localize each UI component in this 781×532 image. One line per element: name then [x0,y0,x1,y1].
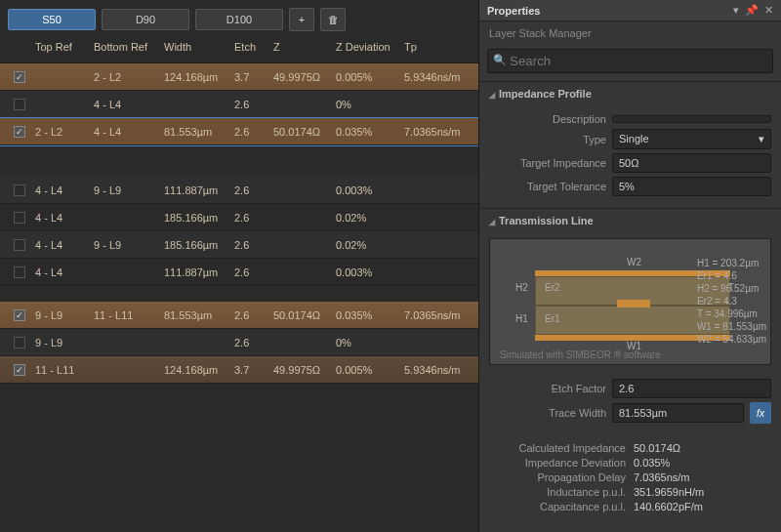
col-width[interactable]: Width [160,39,230,55]
cell-width: 124.168µm [160,362,230,378]
tab-d100[interactable]: D100 [195,9,283,30]
row-checkbox[interactable] [14,239,25,251]
row-checkbox[interactable] [14,266,25,278]
table-row[interactable]: 4 - L4111.887µm2.60.003% [0,259,478,286]
close-icon[interactable]: ✕ [764,4,773,17]
cell-bottom-ref: 4 - L4 [90,124,160,140]
field-target-tolerance[interactable]: 5% [612,177,771,196]
col-tp[interactable]: Tp [400,39,471,55]
cell-z: 50.0174Ω [269,307,332,323]
cell-tp: 7.0365ns/m [400,124,471,140]
result-value: 7.0365ns/m [634,471,689,483]
cell-z: 50.0174Ω [269,124,332,140]
cell-width: 81.553µm [160,124,230,140]
properties-panel: Properties ▾ 📌 ✕ Layer Stack Manager 🔍 I… [478,0,781,532]
panel-title: Properties [487,5,540,17]
cell-width [160,341,230,345]
cell-etch: 2.6 [230,210,269,225]
field-type-select[interactable]: Single ▾ [612,129,771,149]
cell-zd: 0% [332,335,400,350]
table-row[interactable]: 2 - L2124.168µm3.749.9975Ω0.005%5.9346ns… [0,63,478,91]
row-checkbox[interactable] [14,71,25,83]
result-value: 351.9659nH/m [634,486,704,498]
row-checkbox[interactable] [14,184,25,196]
table-row[interactable]: 4 - L49 - L9111.887µm2.60.003% [0,177,478,204]
cell-top-ref: 11 - L11 [31,362,90,378]
cell-z [269,102,332,106]
cell-z: 49.9975Ω [269,362,332,378]
cell-bottom-ref: 9 - L9 [90,237,160,253]
row-checkbox[interactable] [14,309,25,321]
field-description[interactable] [612,115,771,123]
cell-z [269,188,332,192]
row-checkbox[interactable] [14,364,25,376]
cell-etch: 2.6 [230,265,269,280]
table-row[interactable]: 2 - L24 - L481.553µm2.650.0174Ω0.035%7.0… [0,118,478,145]
col-z[interactable]: Z [269,39,332,55]
pin-icon[interactable]: 📌 [745,4,759,17]
panel-subtitle: Layer Stack Manager [479,21,781,45]
section-impedance-profile[interactable]: Impedance Profile [479,82,781,105]
cell-zd: 0.003% [332,265,400,280]
field-trace-width[interactable]: 81.553µm [612,403,744,423]
table-row[interactable]: 9 - L911 - L1181.553µm2.650.0174Ω0.035%7… [0,302,478,329]
col-bottom-ref[interactable]: Bottom Ref [90,39,160,55]
cell-tp [400,341,471,345]
cell-zd: 0.005% [332,69,400,85]
label-target-tolerance: Target Tolerance [489,181,606,192]
tab-d90[interactable]: D90 [102,9,189,30]
tab-s50[interactable]: S50 [8,9,96,30]
cell-tp [400,243,471,247]
field-target-impedance[interactable]: 50Ω [612,153,771,173]
label-type: Type [489,134,606,145]
cell-zd: 0.005% [332,362,400,378]
cell-top-ref: 9 - L9 [31,307,90,323]
cell-etch: 3.7 [230,69,269,85]
cell-top-ref: 4 - L4 [31,265,90,280]
cell-z [269,243,332,247]
cell-tp: 5.9346ns/m [400,69,471,85]
cell-top-ref [31,75,90,79]
cell-etch: 2.6 [230,97,269,112]
section-transmission-line[interactable]: Transmission Line [479,209,781,232]
result-value: 0.035% [634,457,670,469]
cell-bottom-ref: 11 - L11 [90,307,160,323]
cell-top-ref: 4 - L4 [31,183,90,198]
cell-etch: 2.6 [230,307,269,323]
row-checkbox[interactable] [14,126,25,138]
table-row[interactable]: 11 - L11124.168µm3.749.9975Ω0.005%5.9346… [0,356,478,384]
cell-bottom-ref [90,368,160,372]
fx-button[interactable]: fx [750,402,771,424]
col-top-ref[interactable]: Top Ref [31,39,90,55]
results-block: Calculated Impedance50.0174ΩImpedance De… [479,435,781,523]
transmission-line-diagram: H2 H1 Er2 Er1 W2 W1 T H1 = 203.2µmEr1 = … [489,238,771,365]
result-label: Impedance Deviation [489,457,626,469]
cell-zd: 0.035% [332,124,400,140]
table-row[interactable]: 4 - L4185.166µm2.60.02% [0,204,478,231]
profile-tabs: S50 D90 D100 + 🗑 [0,0,478,35]
col-z-deviation[interactable]: Z Deviation [332,39,400,55]
cell-etch: 2.6 [230,183,269,198]
label-etch-factor: Etch Factor [489,383,606,394]
row-checkbox[interactable] [14,337,25,348]
cell-top-ref: 4 - L4 [31,237,90,253]
cell-width: 111.887µm [160,265,230,280]
result-label: Calculated Impedance [489,442,626,454]
cell-tp [400,270,471,274]
table-row[interactable]: 9 - L92.60% [0,329,478,356]
row-checkbox[interactable] [14,99,25,110]
cell-width: 124.168µm [160,69,230,85]
add-profile-button[interactable]: + [289,8,314,31]
table-row[interactable]: 4 - L49 - L9185.166µm2.60.02% [0,231,478,259]
col-etch[interactable]: Etch [230,39,269,55]
cell-zd: 0.02% [332,210,400,225]
delete-profile-button[interactable]: 🗑 [320,8,346,31]
row-checkbox[interactable] [14,212,25,224]
search-input[interactable] [487,49,773,73]
field-etch-factor[interactable]: 2.6 [612,379,771,398]
cell-zd: 0.02% [332,237,400,253]
cell-width: 185.166µm [160,237,230,253]
dock-icon[interactable]: ▾ [733,4,739,17]
cell-top-ref: 4 - L4 [31,210,90,225]
table-row[interactable]: 4 - L42.60% [0,91,478,118]
